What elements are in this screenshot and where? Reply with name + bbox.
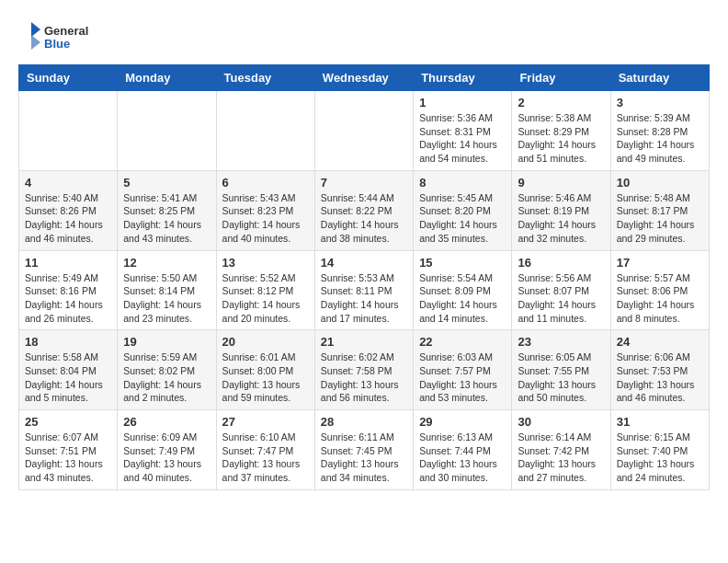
calendar-header-row: SundayMondayTuesdayWednesdayThursdayFrid…: [19, 65, 710, 91]
calendar-cell: [216, 91, 314, 171]
day-info: Sunrise: 5:53 AM Sunset: 8:11 PM Dayligh…: [321, 271, 407, 326]
day-number: 27: [222, 415, 309, 429]
day-of-week-header: Wednesday: [314, 65, 413, 91]
calendar-week-row: 11Sunrise: 5:49 AM Sunset: 8:16 PM Dayli…: [19, 250, 710, 330]
day-of-week-header: Friday: [512, 65, 610, 91]
day-info: Sunrise: 5:36 AM Sunset: 8:31 PM Dayligh…: [419, 111, 506, 166]
calendar-cell: 24Sunrise: 6:06 AM Sunset: 7:53 PM Dayli…: [610, 330, 709, 410]
calendar-table: SundayMondayTuesdayWednesdayThursdayFrid…: [18, 64, 710, 490]
calendar-cell: 9Sunrise: 5:46 AM Sunset: 8:19 PM Daylig…: [512, 170, 610, 250]
calendar-cell: 5Sunrise: 5:41 AM Sunset: 8:25 PM Daylig…: [118, 170, 216, 250]
calendar-cell: 18Sunrise: 5:58 AM Sunset: 8:04 PM Dayli…: [19, 330, 118, 410]
calendar-cell: 20Sunrise: 6:01 AM Sunset: 8:00 PM Dayli…: [216, 330, 314, 410]
day-of-week-header: Sunday: [19, 65, 118, 91]
day-number: 10: [617, 176, 703, 190]
day-info: Sunrise: 6:11 AM Sunset: 7:45 PM Dayligh…: [321, 431, 407, 485]
day-info: Sunrise: 5:58 AM Sunset: 8:04 PM Dayligh…: [25, 350, 111, 405]
calendar-cell: 30Sunrise: 6:14 AM Sunset: 7:42 PM Dayli…: [512, 410, 610, 490]
day-info: Sunrise: 5:52 AM Sunset: 8:12 PM Dayligh…: [222, 271, 309, 326]
day-number: 3: [617, 96, 703, 109]
calendar-cell: 8Sunrise: 5:45 AM Sunset: 8:20 PM Daylig…: [414, 170, 512, 250]
day-of-week-header: Monday: [118, 65, 216, 91]
calendar-cell: [19, 91, 118, 171]
calendar-cell: 7Sunrise: 5:44 AM Sunset: 8:22 PM Daylig…: [314, 170, 413, 250]
day-number: 13: [222, 256, 309, 270]
day-info: Sunrise: 6:10 AM Sunset: 7:47 PM Dayligh…: [222, 431, 309, 485]
calendar-cell: 17Sunrise: 5:57 AM Sunset: 8:06 PM Dayli…: [610, 250, 709, 330]
day-info: Sunrise: 6:13 AM Sunset: 7:44 PM Dayligh…: [419, 431, 506, 485]
calendar-cell: 1Sunrise: 5:36 AM Sunset: 8:31 PM Daylig…: [414, 91, 512, 171]
day-info: Sunrise: 5:44 AM Sunset: 8:22 PM Dayligh…: [321, 191, 407, 246]
day-info: Sunrise: 6:15 AM Sunset: 7:40 PM Dayligh…: [617, 431, 703, 485]
day-info: Sunrise: 5:54 AM Sunset: 8:09 PM Dayligh…: [419, 271, 506, 326]
calendar-cell: 16Sunrise: 5:56 AM Sunset: 8:07 PM Dayli…: [512, 250, 610, 330]
calendar-cell: 3Sunrise: 5:39 AM Sunset: 8:28 PM Daylig…: [610, 91, 709, 171]
day-number: 12: [123, 256, 210, 270]
day-number: 18: [25, 335, 111, 349]
day-number: 30: [518, 415, 604, 429]
day-number: 4: [25, 176, 111, 190]
day-number: 19: [123, 335, 210, 349]
day-number: 21: [321, 335, 407, 349]
day-number: 29: [419, 415, 506, 429]
day-number: 20: [222, 335, 309, 349]
day-info: Sunrise: 6:01 AM Sunset: 8:00 PM Dayligh…: [222, 350, 309, 405]
calendar-cell: [314, 91, 413, 171]
day-info: Sunrise: 6:05 AM Sunset: 7:55 PM Dayligh…: [518, 350, 604, 405]
calendar-cell: 21Sunrise: 6:02 AM Sunset: 7:58 PM Dayli…: [314, 330, 413, 410]
day-info: Sunrise: 5:39 AM Sunset: 8:28 PM Dayligh…: [617, 111, 703, 166]
calendar-cell: 28Sunrise: 6:11 AM Sunset: 7:45 PM Dayli…: [314, 410, 413, 490]
day-number: 28: [321, 415, 407, 429]
day-number: 25: [25, 415, 111, 429]
day-number: 24: [617, 335, 703, 349]
calendar-cell: 29Sunrise: 6:13 AM Sunset: 7:44 PM Dayli…: [414, 410, 512, 490]
day-info: Sunrise: 6:02 AM Sunset: 7:58 PM Dayligh…: [321, 350, 407, 405]
day-info: Sunrise: 6:03 AM Sunset: 7:57 PM Dayligh…: [419, 350, 506, 405]
day-number: 11: [25, 256, 111, 270]
day-number: 9: [518, 176, 604, 190]
day-info: Sunrise: 6:09 AM Sunset: 7:49 PM Dayligh…: [123, 431, 210, 485]
svg-marker-3: [31, 35, 40, 50]
day-number: 15: [419, 256, 506, 270]
calendar-cell: 27Sunrise: 6:10 AM Sunset: 7:47 PM Dayli…: [216, 410, 314, 490]
day-number: 5: [123, 176, 210, 190]
day-number: 14: [321, 256, 407, 270]
day-number: 8: [419, 176, 506, 190]
calendar-cell: 19Sunrise: 5:59 AM Sunset: 8:02 PM Dayli…: [118, 330, 216, 410]
day-number: 1: [419, 96, 506, 109]
day-info: Sunrise: 5:56 AM Sunset: 8:07 PM Dayligh…: [518, 271, 604, 326]
logo-svg: General Blue: [18, 18, 101, 55]
day-number: 26: [123, 415, 210, 429]
calendar-cell: 23Sunrise: 6:05 AM Sunset: 7:55 PM Dayli…: [512, 330, 610, 410]
day-number: 31: [617, 415, 703, 429]
page-header: General Blue: [18, 18, 710, 55]
logo: General Blue: [18, 18, 101, 55]
calendar-cell: 15Sunrise: 5:54 AM Sunset: 8:09 PM Dayli…: [414, 250, 512, 330]
day-of-week-header: Tuesday: [216, 65, 314, 91]
calendar-cell: 6Sunrise: 5:43 AM Sunset: 8:23 PM Daylig…: [216, 170, 314, 250]
day-info: Sunrise: 5:48 AM Sunset: 8:17 PM Dayligh…: [617, 191, 703, 246]
day-of-week-header: Thursday: [414, 65, 512, 91]
calendar-cell: 13Sunrise: 5:52 AM Sunset: 8:12 PM Dayli…: [216, 250, 314, 330]
day-number: 17: [617, 256, 703, 270]
calendar-week-row: 4Sunrise: 5:40 AM Sunset: 8:26 PM Daylig…: [19, 170, 710, 250]
day-info: Sunrise: 6:06 AM Sunset: 7:53 PM Dayligh…: [617, 350, 703, 405]
day-number: 2: [518, 96, 604, 109]
day-number: 7: [321, 176, 407, 190]
day-info: Sunrise: 5:59 AM Sunset: 8:02 PM Dayligh…: [123, 350, 210, 405]
calendar-cell: 14Sunrise: 5:53 AM Sunset: 8:11 PM Dayli…: [314, 250, 413, 330]
day-info: Sunrise: 5:43 AM Sunset: 8:23 PM Dayligh…: [222, 191, 309, 246]
svg-text:General: General: [44, 24, 88, 38]
calendar-cell: 10Sunrise: 5:48 AM Sunset: 8:17 PM Dayli…: [610, 170, 709, 250]
calendar-week-row: 18Sunrise: 5:58 AM Sunset: 8:04 PM Dayli…: [19, 330, 710, 410]
day-info: Sunrise: 5:41 AM Sunset: 8:25 PM Dayligh…: [123, 191, 210, 246]
day-info: Sunrise: 5:57 AM Sunset: 8:06 PM Dayligh…: [617, 271, 703, 326]
day-info: Sunrise: 6:07 AM Sunset: 7:51 PM Dayligh…: [25, 431, 111, 485]
day-info: Sunrise: 5:49 AM Sunset: 8:16 PM Dayligh…: [25, 271, 111, 326]
calendar-cell: 25Sunrise: 6:07 AM Sunset: 7:51 PM Dayli…: [19, 410, 118, 490]
svg-marker-2: [31, 22, 40, 37]
calendar-cell: 22Sunrise: 6:03 AM Sunset: 7:57 PM Dayli…: [414, 330, 512, 410]
calendar-week-row: 1Sunrise: 5:36 AM Sunset: 8:31 PM Daylig…: [19, 91, 710, 171]
day-info: Sunrise: 5:38 AM Sunset: 8:29 PM Dayligh…: [518, 111, 604, 166]
day-number: 16: [518, 256, 604, 270]
